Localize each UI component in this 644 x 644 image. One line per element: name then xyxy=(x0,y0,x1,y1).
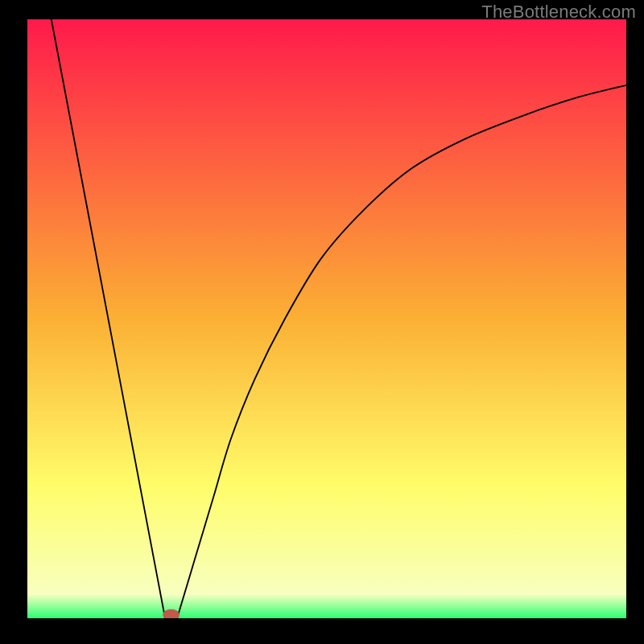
watermark-text: TheBottleneck.com xyxy=(481,2,636,23)
chart-background-gradient xyxy=(27,19,626,618)
chart-plot-area xyxy=(27,19,626,618)
chart-frame: TheBottleneck.com xyxy=(0,0,644,644)
chart-svg xyxy=(27,19,626,618)
